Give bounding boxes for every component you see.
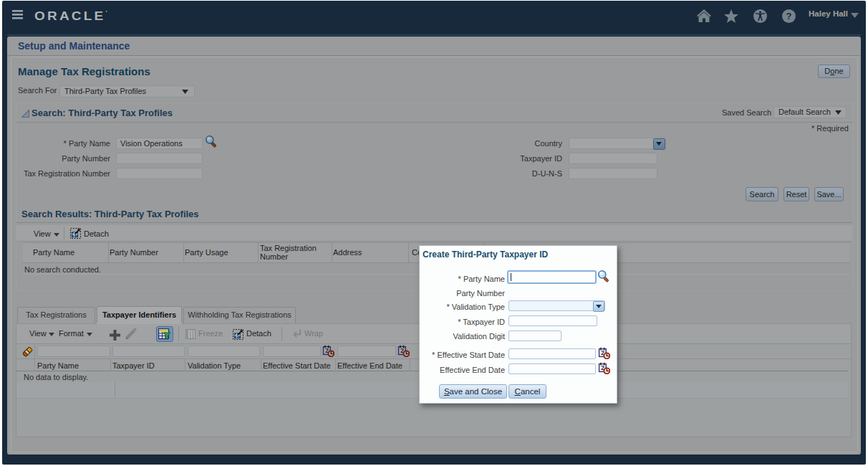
svg-text:?: ? xyxy=(786,11,792,22)
